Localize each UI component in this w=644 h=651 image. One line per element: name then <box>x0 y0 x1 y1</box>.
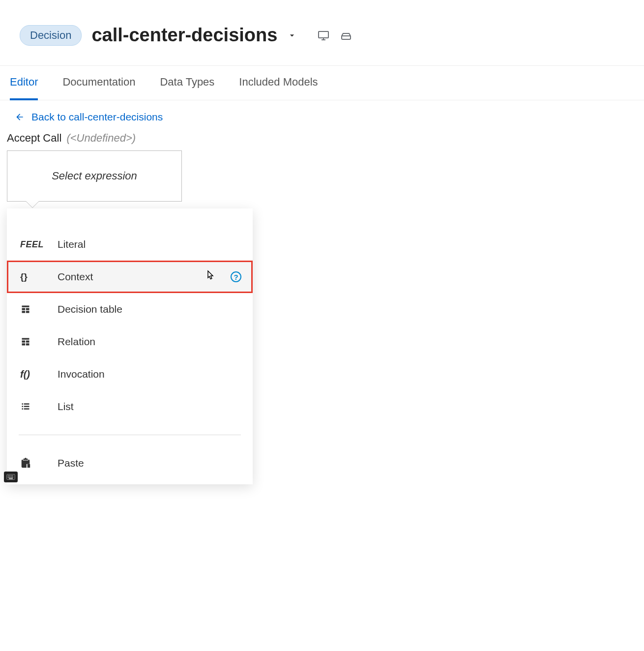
header-bar: Decision call-center-decisions <box>0 0 644 65</box>
function-icon: f() <box>20 369 30 380</box>
menu-item-label: Invocation <box>58 368 241 380</box>
decision-node-name: Accept Call <box>7 132 61 144</box>
keyboard-icon <box>6 474 15 480</box>
feel-icon: FEEL <box>20 239 44 250</box>
menu-item-decision-table[interactable]: Decision table <box>7 293 253 326</box>
desktop-preview-button[interactable] <box>317 30 330 41</box>
svg-point-11 <box>8 475 9 476</box>
monitor-icon <box>317 30 330 41</box>
menu-item-context[interactable]: {} Context ? <box>7 261 253 293</box>
table-icon <box>20 304 58 314</box>
asset-title-dropdown[interactable] <box>287 30 297 40</box>
help-icon[interactable]: ? <box>231 271 241 282</box>
paste-icon <box>20 458 58 469</box>
menu-item-paste[interactable]: Paste <box>7 447 253 479</box>
arrow-left-icon <box>15 112 25 122</box>
select-expression-placeholder: Select expression <box>52 170 137 182</box>
menu-item-literal[interactable]: FEEL Literal <box>7 228 253 261</box>
menu-item-invocation[interactable]: f() Invocation <box>7 358 253 390</box>
breadcrumb-back[interactable]: Back to call-center-decisions <box>0 100 644 132</box>
svg-point-14 <box>12 475 13 476</box>
cursor-pointer-icon <box>204 269 216 285</box>
decision-node-type: (<Undefined>) <box>66 132 136 144</box>
menu-item-label: Literal <box>58 238 241 250</box>
menu-item-label: Context <box>58 271 204 283</box>
menu-item-label: List <box>58 401 241 413</box>
svg-rect-5 <box>24 403 29 405</box>
editor-tabs: Editor Documentation Data Types Included… <box>0 65 644 100</box>
save-button[interactable] <box>339 30 353 41</box>
svg-point-12 <box>9 475 10 476</box>
menu-item-label: Relation <box>58 336 241 348</box>
expression-type-menu: FEEL Literal {} Context ? Decision table <box>7 208 253 484</box>
svg-point-17 <box>11 477 12 478</box>
menu-item-list[interactable]: List <box>7 390 253 423</box>
svg-rect-9 <box>24 408 29 410</box>
svg-rect-6 <box>22 406 24 407</box>
decision-node-heading: Accept Call (<Undefined>) <box>0 132 644 150</box>
keyboard-shortcuts-button[interactable] <box>4 472 18 482</box>
tab-data-types[interactable]: Data Types <box>160 66 214 100</box>
menu-divider <box>19 435 241 435</box>
chevron-down-icon <box>287 30 297 40</box>
tab-included-models[interactable]: Included Models <box>239 66 318 100</box>
braces-icon: {} <box>20 271 28 282</box>
svg-point-15 <box>8 477 9 478</box>
tab-documentation[interactable]: Documentation <box>62 66 135 100</box>
svg-point-16 <box>9 477 10 478</box>
svg-point-13 <box>11 475 12 476</box>
storage-icon <box>339 30 353 41</box>
svg-rect-0 <box>319 31 328 38</box>
svg-rect-7 <box>24 406 29 407</box>
table-icon <box>20 337 58 347</box>
list-icon <box>20 402 58 412</box>
menu-item-relation[interactable]: Relation <box>7 326 253 358</box>
menu-item-label: Paste <box>58 457 241 469</box>
menu-item-label: Decision table <box>58 303 241 315</box>
svg-rect-4 <box>22 403 24 405</box>
select-expression-box[interactable]: Select expression <box>7 150 182 202</box>
svg-rect-19 <box>9 478 13 479</box>
svg-rect-8 <box>22 408 24 410</box>
asset-type-badge: Decision <box>20 25 82 46</box>
breadcrumb-label: Back to call-center-decisions <box>31 111 163 123</box>
asset-title: call-center-decisions <box>91 25 277 46</box>
svg-point-18 <box>12 477 13 478</box>
tab-editor[interactable]: Editor <box>10 66 38 100</box>
